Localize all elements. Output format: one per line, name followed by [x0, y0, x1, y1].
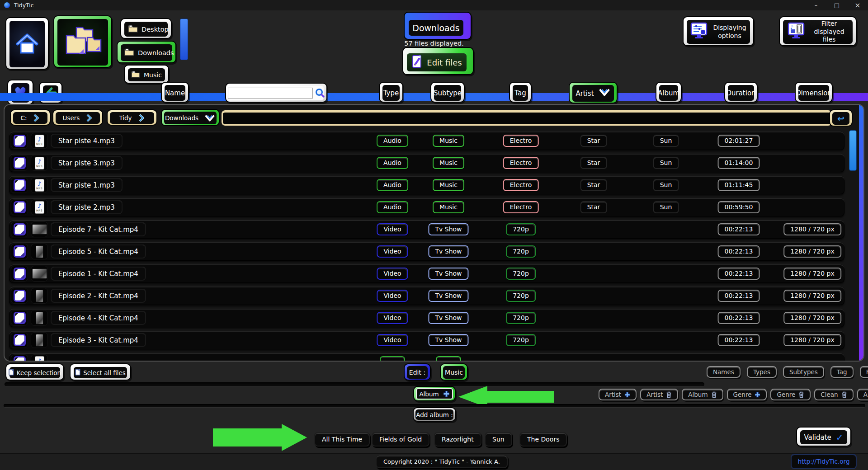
subtype-badge[interactable]: Music: [433, 157, 464, 169]
file-icon-cell[interactable]: [11, 177, 28, 193]
type-badge[interactable]: Audio: [377, 201, 408, 213]
file-name[interactable]: Star piste 2.mp3: [51, 200, 123, 214]
subtype-badge[interactable]: Music: [433, 201, 464, 213]
magnifier-icon[interactable]: [315, 88, 325, 98]
tag-badge[interactable]: Electro: [503, 135, 539, 147]
filter-button-tag[interactable]: Tag: [830, 366, 854, 378]
type-badge[interactable]: Audio: [377, 135, 408, 147]
edit-files-button[interactable]: Edit files: [402, 47, 474, 75]
tag-badge[interactable]: 720p: [506, 290, 536, 302]
search-input[interactable]: [228, 88, 313, 99]
breadcrumb-current-folder[interactable]: Downloads: [161, 109, 220, 126]
file-icon-cell[interactable]: [11, 288, 28, 304]
undo-navigation-button[interactable]: ↩: [829, 109, 853, 127]
file-icon-cell[interactable]: [11, 266, 28, 282]
artist-plus-button[interactable]: Artist: [599, 389, 637, 400]
add-album-button[interactable]: Add album :: [413, 407, 456, 422]
type-badge[interactable]: Audio: [377, 179, 408, 191]
file-name[interactable]: Star piste 3.mp3: [51, 156, 123, 170]
type-badge[interactable]: Video: [377, 334, 408, 346]
file-row[interactable]: Episode 1 - Kit Cat.mp4VideoTv Show720p0…: [9, 264, 844, 283]
album-chip[interactable]: Sun: [485, 432, 512, 446]
tag-badge[interactable]: 720p: [506, 334, 536, 346]
file-preview-cell[interactable]: [31, 332, 48, 348]
subtype-badge[interactable]: Music: [433, 179, 464, 191]
album-chip[interactable]: The Doors: [519, 432, 567, 446]
filter-button-subtypes[interactable]: Subtypes: [783, 366, 824, 378]
file-preview-cell[interactable]: ♪MP3: [31, 155, 48, 171]
file-icon-cell[interactable]: [11, 310, 28, 326]
file-name[interactable]: Episode 2 - Kit Cat.mp4: [51, 289, 146, 303]
file-icon-cell[interactable]: [11, 354, 28, 362]
type-badge[interactable]: Video: [377, 268, 408, 280]
auto-button[interactable]: Auto: [857, 389, 868, 400]
keep-selection-button[interactable]: Keep selection: [5, 363, 64, 381]
column-header-tag[interactable]: Tag: [509, 82, 532, 103]
website-link[interactable]: http://TidyTic.org: [791, 454, 857, 469]
column-header-subtype[interactable]: Subtype: [430, 82, 465, 103]
file-row[interactable]: Episode 5 - Kit Cat.mp4VideoTv Show720p0…: [9, 242, 844, 261]
genre-plus-button[interactable]: Genre: [727, 389, 767, 400]
file-name[interactable]: Episode 5 - Kit Cat.mp4: [51, 244, 146, 258]
artist-badge[interactable]: Star: [580, 179, 607, 191]
column-header-album[interactable]: Album: [656, 82, 682, 103]
column-header-name[interactable]: Name: [161, 82, 189, 103]
file-row[interactable]: Episode 7 - Kit Cat.mp4VideoTv Show720p0…: [9, 220, 844, 239]
filter-button-names[interactable]: Names: [707, 366, 741, 378]
music-folder-button[interactable]: Music: [124, 65, 169, 84]
file-preview-cell[interactable]: ♪MP3: [31, 354, 48, 362]
favorites-button[interactable]: [7, 80, 33, 105]
clean-trash-button[interactable]: Clean: [814, 389, 853, 400]
file-row[interactable]: ♪MP3Star piste 2.mp3AudioMusicElectroSta…: [9, 198, 844, 216]
maximize-button[interactable]: □: [826, 0, 847, 10]
file-row[interactable]: Episode 2 - Kit Cat.mp4VideoTv Show720p0…: [9, 287, 844, 305]
tag-badge[interactable]: Electro: [503, 157, 539, 169]
select-all-files-button[interactable]: Select all files: [70, 363, 131, 381]
tag-badge[interactable]: 720p: [506, 268, 536, 280]
file-preview-cell[interactable]: [31, 266, 48, 282]
tag-badge[interactable]: Electro: [503, 179, 539, 191]
type-badge[interactable]: [380, 356, 405, 362]
file-icon-cell[interactable]: [11, 332, 28, 348]
scrollbar-thumb[interactable]: [849, 130, 857, 171]
minimize-button[interactable]: –: [806, 0, 826, 10]
filter-button-types[interactable]: Types: [747, 366, 777, 378]
file-icon-cell[interactable]: [11, 244, 28, 259]
album-chip[interactable]: All This Time: [314, 432, 370, 446]
tag-badge[interactable]: 720p: [506, 245, 536, 258]
artist-badge[interactable]: Star: [580, 201, 607, 213]
folders-button[interactable]: [53, 15, 112, 68]
file-icon-cell[interactable]: [11, 199, 28, 215]
column-header-artist[interactable]: Artist: [569, 82, 618, 103]
file-preview-cell[interactable]: ♪MP3: [31, 199, 48, 215]
type-badge[interactable]: Video: [377, 312, 408, 324]
artist-badge[interactable]: Star: [580, 135, 607, 147]
file-row-partial[interactable]: ♪MP3: [9, 353, 844, 362]
file-name[interactable]: Episode 4 - Kit Cat.mp4: [51, 311, 146, 325]
file-preview-cell[interactable]: [31, 288, 48, 304]
filter-displayed-files-button[interactable]: ♪ Filter displayed files: [779, 16, 857, 46]
file-name[interactable]: Episode 7 - Kit Cat.mp4: [51, 222, 146, 236]
subtype-badge[interactable]: [436, 356, 461, 362]
file-name[interactable]: Episode 1 - Kit Cat.mp4: [51, 267, 146, 281]
subtype-badge[interactable]: Tv Show: [428, 334, 468, 346]
file-name[interactable]: Star piste 1.mp3: [51, 178, 123, 192]
album-add-button[interactable]: Album: [413, 386, 456, 401]
tag-badge[interactable]: 720p: [506, 312, 536, 324]
type-badge[interactable]: Video: [377, 290, 408, 302]
home-button[interactable]: [5, 17, 49, 70]
subtype-badge[interactable]: Tv Show: [428, 312, 468, 324]
artist-badge[interactable]: Star: [580, 157, 607, 169]
music-mode-button[interactable]: Music: [440, 363, 468, 381]
current-location-button[interactable]: Downloads: [404, 12, 472, 40]
file-row[interactable]: Episode 3 - Kit Cat.mp4VideoTv Show720p0…: [9, 331, 844, 349]
breadcrumb-item-tidy[interactable]: Tidy: [107, 109, 157, 126]
subtype-badge[interactable]: Tv Show: [428, 223, 468, 235]
edit-mode-button[interactable]: Edit :: [404, 363, 431, 381]
subtype-badge[interactable]: Tv Show: [428, 245, 468, 258]
file-preview-cell[interactable]: [31, 310, 48, 326]
file-name[interactable]: Episode 3 - Kit Cat.mp4: [51, 333, 146, 347]
type-badge[interactable]: Audio: [377, 157, 408, 169]
file-preview-cell[interactable]: ♪MP3: [31, 133, 48, 149]
subtype-badge[interactable]: Tv Show: [428, 268, 468, 280]
